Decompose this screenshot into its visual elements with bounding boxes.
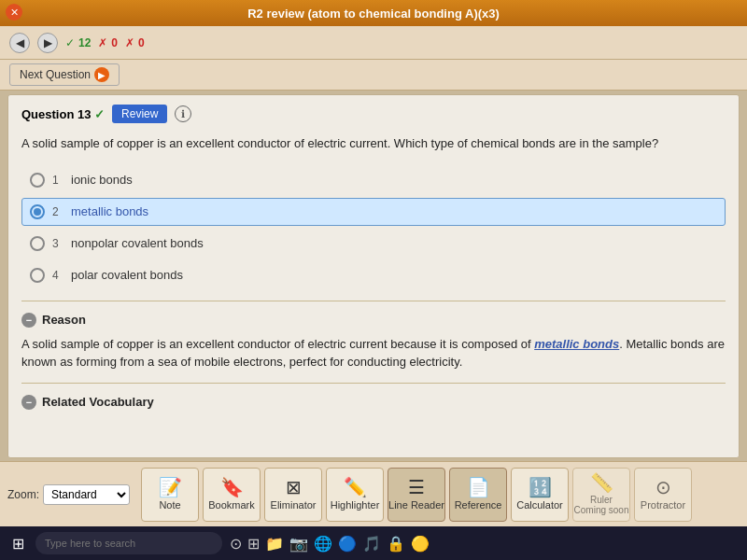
main-content: Question 13 ✓ Review ℹ A solid sample of… <box>7 94 740 458</box>
score-wrong1: ✗ 0 <box>98 36 118 49</box>
protractor-label: Protractor <box>641 499 685 511</box>
protractor-tool[interactable]: ⊙ Protractor <box>634 468 692 522</box>
line-reader-tool[interactable]: ☰ Line Reader <box>388 468 445 522</box>
info-button[interactable]: ℹ <box>175 105 191 122</box>
ruler-tool[interactable]: 📏 RulerComing soon <box>572 468 630 522</box>
next-question-button[interactable]: Next Question ▶ <box>9 63 120 86</box>
taskbar-icon-5[interactable]: 🌐 <box>314 535 332 553</box>
start-button[interactable]: ⊞ <box>4 529 32 557</box>
bookmark-label: Bookmark <box>208 499 255 511</box>
radio-2[interactable] <box>30 204 45 219</box>
taskbar-icon-2[interactable]: ⊞ <box>247 535 260 553</box>
divider-2 <box>21 383 726 384</box>
reason-text: A solid sample of copper is an excellent… <box>21 335 726 371</box>
answer-choice-4[interactable]: 4 polar covalent bonds <box>21 261 726 289</box>
score-correct: ✓ 12 <box>65 36 91 49</box>
forward-button[interactable]: ▶ <box>37 33 58 53</box>
taskbar-search-input[interactable] <box>35 532 222 554</box>
taskbar: ⊞ ⊙ ⊞ 📁 📷 🌐 🔵 🎵 🔒 🟡 <box>0 526 747 560</box>
taskbar-icon-9[interactable]: 🟡 <box>411 535 430 553</box>
radio-3[interactable] <box>30 236 45 251</box>
reason-icon: − <box>21 313 36 328</box>
reason-header: − Reason <box>21 313 726 328</box>
toolbar: ◀ ▶ ✓ 12 ✗ 0 ✗ 0 <box>0 26 747 60</box>
taskbar-icon-1[interactable]: ⊙ <box>230 535 242 553</box>
taskbar-icon-6[interactable]: 🔵 <box>338 535 357 553</box>
radio-1[interactable] <box>30 173 45 188</box>
answer-choice-2[interactable]: 2 metallic bonds <box>21 198 726 226</box>
next-arrow-icon: ▶ <box>94 67 109 82</box>
calculator-tool[interactable]: 🔢 Calculator <box>511 468 569 522</box>
close-button[interactable]: ✕ <box>6 4 22 21</box>
title-bar: ✕ R2 review (atom to chemical bonding A)… <box>0 0 747 26</box>
back-button[interactable]: ◀ <box>9 33 30 53</box>
question-text: A solid sample of copper is an excellent… <box>21 134 726 153</box>
reference-tool[interactable]: 📄 Reference <box>449 468 507 522</box>
zoom-area: Zoom: Standard Large Extra Large <box>7 484 130 505</box>
score-wrong2: ✗ 0 <box>125 36 145 49</box>
divider-1 <box>21 301 726 301</box>
line-reader-label: Line Reader <box>388 499 444 511</box>
zoom-select[interactable]: Standard Large Extra Large <box>43 484 130 505</box>
zoom-label: Zoom: <box>7 488 39 501</box>
ruler-label: RulerComing soon <box>574 495 629 515</box>
reference-label: Reference <box>455 499 502 511</box>
choice-num-2: 2 <box>52 205 63 218</box>
note-icon: 📝 <box>159 478 182 497</box>
choice-text-4: polar covalent bonds <box>71 268 183 282</box>
taskbar-icon-8[interactable]: 🔒 <box>387 535 405 553</box>
bottom-toolbar: Zoom: Standard Large Extra Large 📝 Note … <box>0 461 747 526</box>
window-title: R2 review (atom to chemical bonding A)(x… <box>247 7 500 21</box>
review-button[interactable]: Review <box>112 105 167 123</box>
choice-num-1: 1 <box>52 174 63 187</box>
eliminator-tool[interactable]: ⊠ Eliminator <box>264 468 322 522</box>
note-tool[interactable]: 📝 Note <box>141 468 199 522</box>
bookmark-icon: 🔖 <box>220 478 244 497</box>
choice-text-3: nonpolar covalent bonds <box>71 236 204 250</box>
answer-choice-3[interactable]: 3 nonpolar covalent bonds <box>21 230 726 258</box>
highlighter-tool[interactable]: ✏️ Highlighter <box>326 468 384 522</box>
taskbar-icon-4[interactable]: 📷 <box>289 535 308 553</box>
note-label: Note <box>159 499 180 511</box>
eliminator-label: Eliminator <box>271 499 317 511</box>
next-question-bar: Next Question ▶ <box>0 60 747 91</box>
choice-text-2: metallic bonds <box>71 204 148 218</box>
reference-icon: 📄 <box>467 478 490 497</box>
metallic-bonds-link[interactable]: metallic bonds <box>534 337 619 351</box>
ruler-icon: 📏 <box>590 473 613 492</box>
answer-choice-1[interactable]: 1 ionic bonds <box>21 166 726 194</box>
taskbar-icon-3[interactable]: 📁 <box>265 535 284 553</box>
question-number: Question 13 ✓ <box>21 107 105 121</box>
taskbar-icons: ⊙ ⊞ 📁 📷 🌐 🔵 🎵 🔒 🟡 <box>230 535 430 553</box>
choice-num-4: 4 <box>52 269 63 282</box>
radio-4[interactable] <box>30 268 45 283</box>
check-icon: ✓ <box>94 107 105 121</box>
choice-num-3: 3 <box>52 237 63 250</box>
question-header: Question 13 ✓ Review ℹ <box>21 105 726 123</box>
answer-choices: 1 ionic bonds 2 metallic bonds 3 nonpola… <box>21 166 726 289</box>
highlighter-icon: ✏️ <box>344 478 367 497</box>
protractor-icon: ⊙ <box>655 478 671 497</box>
eliminator-icon: ⊠ <box>286 478 302 497</box>
highlighter-label: Highlighter <box>331 499 380 511</box>
taskbar-icon-7[interactable]: 🎵 <box>362 535 381 553</box>
calculator-icon: 🔢 <box>529 478 552 497</box>
related-vocabulary-header: − Related Vocabulary <box>21 395 726 410</box>
line-reader-icon: ☰ <box>408 478 425 497</box>
vocabulary-icon: − <box>21 395 36 410</box>
bookmark-tool[interactable]: 🔖 Bookmark <box>203 468 261 522</box>
calculator-label: Calculator <box>516 499 563 511</box>
choice-text-1: ionic bonds <box>71 173 133 187</box>
